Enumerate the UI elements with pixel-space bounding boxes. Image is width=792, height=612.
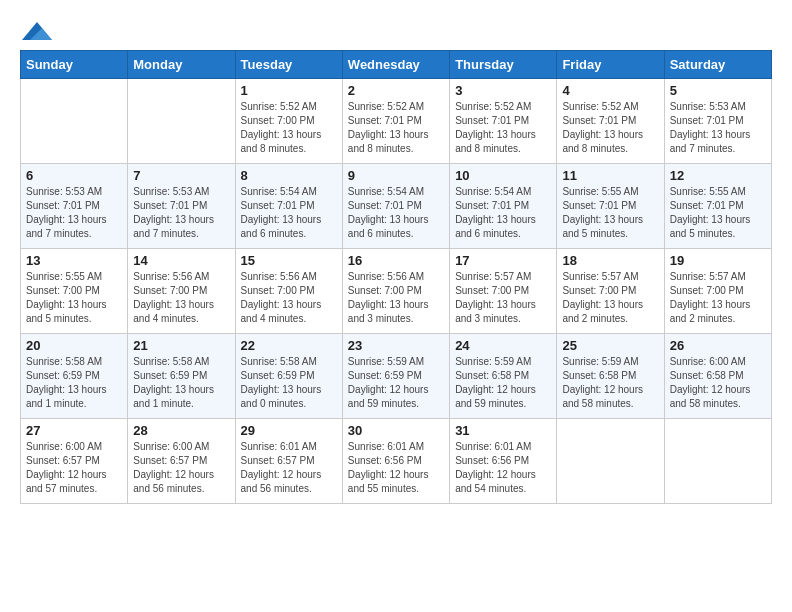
calendar-header-row: SundayMondayTuesdayWednesdayThursdayFrid… xyxy=(21,51,772,79)
day-info: Sunrise: 5:55 AM Sunset: 7:01 PM Dayligh… xyxy=(670,185,766,241)
day-info: Sunrise: 6:00 AM Sunset: 6:58 PM Dayligh… xyxy=(670,355,766,411)
day-info: Sunrise: 6:01 AM Sunset: 6:56 PM Dayligh… xyxy=(348,440,444,496)
day-number: 27 xyxy=(26,423,122,438)
day-info: Sunrise: 5:54 AM Sunset: 7:01 PM Dayligh… xyxy=(241,185,337,241)
logo-icon xyxy=(22,20,52,44)
day-info: Sunrise: 5:59 AM Sunset: 6:58 PM Dayligh… xyxy=(562,355,658,411)
calendar-cell: 9Sunrise: 5:54 AM Sunset: 7:01 PM Daylig… xyxy=(342,164,449,249)
day-header-wednesday: Wednesday xyxy=(342,51,449,79)
calendar-cell: 8Sunrise: 5:54 AM Sunset: 7:01 PM Daylig… xyxy=(235,164,342,249)
day-info: Sunrise: 6:01 AM Sunset: 6:56 PM Dayligh… xyxy=(455,440,551,496)
week-row-2: 6Sunrise: 5:53 AM Sunset: 7:01 PM Daylig… xyxy=(21,164,772,249)
day-number: 17 xyxy=(455,253,551,268)
day-header-sunday: Sunday xyxy=(21,51,128,79)
calendar-cell: 28Sunrise: 6:00 AM Sunset: 6:57 PM Dayli… xyxy=(128,419,235,504)
calendar-cell: 19Sunrise: 5:57 AM Sunset: 7:00 PM Dayli… xyxy=(664,249,771,334)
day-info: Sunrise: 5:59 AM Sunset: 6:58 PM Dayligh… xyxy=(455,355,551,411)
day-number: 25 xyxy=(562,338,658,353)
day-number: 5 xyxy=(670,83,766,98)
calendar-cell xyxy=(557,419,664,504)
calendar-cell: 26Sunrise: 6:00 AM Sunset: 6:58 PM Dayli… xyxy=(664,334,771,419)
calendar-cell: 18Sunrise: 5:57 AM Sunset: 7:00 PM Dayli… xyxy=(557,249,664,334)
week-row-1: 1Sunrise: 5:52 AM Sunset: 7:00 PM Daylig… xyxy=(21,79,772,164)
day-info: Sunrise: 5:59 AM Sunset: 6:59 PM Dayligh… xyxy=(348,355,444,411)
calendar-cell: 7Sunrise: 5:53 AM Sunset: 7:01 PM Daylig… xyxy=(128,164,235,249)
day-number: 18 xyxy=(562,253,658,268)
day-number: 13 xyxy=(26,253,122,268)
day-info: Sunrise: 6:01 AM Sunset: 6:57 PM Dayligh… xyxy=(241,440,337,496)
calendar-cell: 25Sunrise: 5:59 AM Sunset: 6:58 PM Dayli… xyxy=(557,334,664,419)
day-number: 28 xyxy=(133,423,229,438)
day-number: 26 xyxy=(670,338,766,353)
day-number: 24 xyxy=(455,338,551,353)
day-number: 23 xyxy=(348,338,444,353)
day-info: Sunrise: 5:58 AM Sunset: 6:59 PM Dayligh… xyxy=(133,355,229,411)
calendar-cell: 23Sunrise: 5:59 AM Sunset: 6:59 PM Dayli… xyxy=(342,334,449,419)
day-number: 31 xyxy=(455,423,551,438)
day-number: 10 xyxy=(455,168,551,183)
calendar-cell: 2Sunrise: 5:52 AM Sunset: 7:01 PM Daylig… xyxy=(342,79,449,164)
day-header-saturday: Saturday xyxy=(664,51,771,79)
day-info: Sunrise: 5:57 AM Sunset: 7:00 PM Dayligh… xyxy=(562,270,658,326)
calendar-cell: 6Sunrise: 5:53 AM Sunset: 7:01 PM Daylig… xyxy=(21,164,128,249)
calendar-cell: 13Sunrise: 5:55 AM Sunset: 7:00 PM Dayli… xyxy=(21,249,128,334)
day-number: 14 xyxy=(133,253,229,268)
calendar-cell: 10Sunrise: 5:54 AM Sunset: 7:01 PM Dayli… xyxy=(450,164,557,249)
day-number: 2 xyxy=(348,83,444,98)
day-info: Sunrise: 5:52 AM Sunset: 7:00 PM Dayligh… xyxy=(241,100,337,156)
calendar-cell: 27Sunrise: 6:00 AM Sunset: 6:57 PM Dayli… xyxy=(21,419,128,504)
day-info: Sunrise: 5:53 AM Sunset: 7:01 PM Dayligh… xyxy=(133,185,229,241)
day-number: 1 xyxy=(241,83,337,98)
day-number: 16 xyxy=(348,253,444,268)
day-info: Sunrise: 5:54 AM Sunset: 7:01 PM Dayligh… xyxy=(348,185,444,241)
day-info: Sunrise: 5:55 AM Sunset: 7:01 PM Dayligh… xyxy=(562,185,658,241)
calendar-cell: 30Sunrise: 6:01 AM Sunset: 6:56 PM Dayli… xyxy=(342,419,449,504)
day-info: Sunrise: 5:58 AM Sunset: 6:59 PM Dayligh… xyxy=(241,355,337,411)
day-info: Sunrise: 5:53 AM Sunset: 7:01 PM Dayligh… xyxy=(670,100,766,156)
day-info: Sunrise: 5:56 AM Sunset: 7:00 PM Dayligh… xyxy=(348,270,444,326)
calendar-cell: 12Sunrise: 5:55 AM Sunset: 7:01 PM Dayli… xyxy=(664,164,771,249)
day-number: 3 xyxy=(455,83,551,98)
day-info: Sunrise: 5:52 AM Sunset: 7:01 PM Dayligh… xyxy=(455,100,551,156)
day-info: Sunrise: 6:00 AM Sunset: 6:57 PM Dayligh… xyxy=(133,440,229,496)
day-info: Sunrise: 5:53 AM Sunset: 7:01 PM Dayligh… xyxy=(26,185,122,241)
calendar-cell: 4Sunrise: 5:52 AM Sunset: 7:01 PM Daylig… xyxy=(557,79,664,164)
week-row-3: 13Sunrise: 5:55 AM Sunset: 7:00 PM Dayli… xyxy=(21,249,772,334)
day-info: Sunrise: 5:57 AM Sunset: 7:00 PM Dayligh… xyxy=(670,270,766,326)
day-info: Sunrise: 5:58 AM Sunset: 6:59 PM Dayligh… xyxy=(26,355,122,411)
page-header xyxy=(20,20,772,40)
day-header-tuesday: Tuesday xyxy=(235,51,342,79)
day-number: 6 xyxy=(26,168,122,183)
calendar-cell: 5Sunrise: 5:53 AM Sunset: 7:01 PM Daylig… xyxy=(664,79,771,164)
day-number: 4 xyxy=(562,83,658,98)
day-number: 29 xyxy=(241,423,337,438)
day-number: 21 xyxy=(133,338,229,353)
day-header-monday: Monday xyxy=(128,51,235,79)
calendar-cell: 21Sunrise: 5:58 AM Sunset: 6:59 PM Dayli… xyxy=(128,334,235,419)
day-info: Sunrise: 5:52 AM Sunset: 7:01 PM Dayligh… xyxy=(562,100,658,156)
calendar-cell: 24Sunrise: 5:59 AM Sunset: 6:58 PM Dayli… xyxy=(450,334,557,419)
day-number: 30 xyxy=(348,423,444,438)
calendar-cell: 11Sunrise: 5:55 AM Sunset: 7:01 PM Dayli… xyxy=(557,164,664,249)
day-number: 15 xyxy=(241,253,337,268)
day-number: 22 xyxy=(241,338,337,353)
calendar-cell: 15Sunrise: 5:56 AM Sunset: 7:00 PM Dayli… xyxy=(235,249,342,334)
week-row-5: 27Sunrise: 6:00 AM Sunset: 6:57 PM Dayli… xyxy=(21,419,772,504)
day-header-thursday: Thursday xyxy=(450,51,557,79)
day-info: Sunrise: 5:54 AM Sunset: 7:01 PM Dayligh… xyxy=(455,185,551,241)
calendar-cell: 14Sunrise: 5:56 AM Sunset: 7:00 PM Dayli… xyxy=(128,249,235,334)
day-number: 9 xyxy=(348,168,444,183)
logo xyxy=(20,20,52,40)
calendar-cell: 17Sunrise: 5:57 AM Sunset: 7:00 PM Dayli… xyxy=(450,249,557,334)
day-info: Sunrise: 5:57 AM Sunset: 7:00 PM Dayligh… xyxy=(455,270,551,326)
calendar-cell: 31Sunrise: 6:01 AM Sunset: 6:56 PM Dayli… xyxy=(450,419,557,504)
calendar-cell xyxy=(128,79,235,164)
day-number: 12 xyxy=(670,168,766,183)
calendar-cell xyxy=(21,79,128,164)
week-row-4: 20Sunrise: 5:58 AM Sunset: 6:59 PM Dayli… xyxy=(21,334,772,419)
day-number: 20 xyxy=(26,338,122,353)
calendar-cell xyxy=(664,419,771,504)
calendar-cell: 29Sunrise: 6:01 AM Sunset: 6:57 PM Dayli… xyxy=(235,419,342,504)
calendar-cell: 16Sunrise: 5:56 AM Sunset: 7:00 PM Dayli… xyxy=(342,249,449,334)
calendar-cell: 22Sunrise: 5:58 AM Sunset: 6:59 PM Dayli… xyxy=(235,334,342,419)
